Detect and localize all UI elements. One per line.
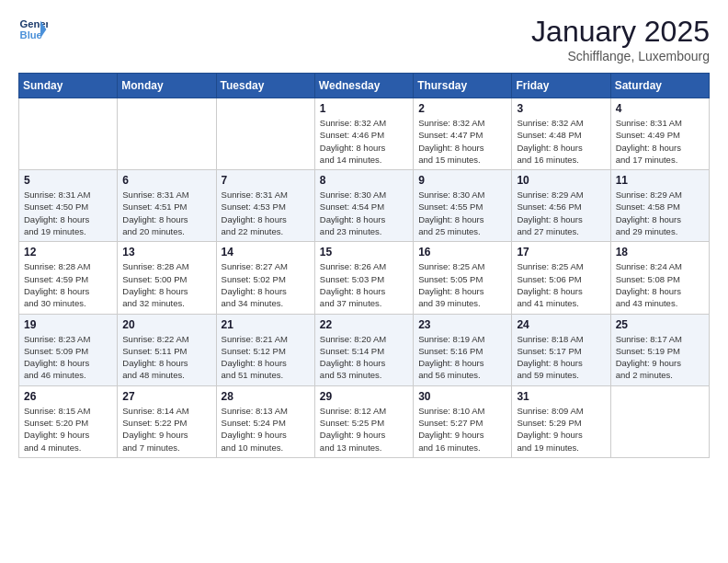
calendar-cell: 3Sunrise: 8:32 AM Sunset: 4:48 PM Daylig… bbox=[512, 98, 610, 170]
day-info: Sunrise: 8:29 AM Sunset: 4:58 PM Dayligh… bbox=[616, 189, 704, 237]
calendar-cell: 5Sunrise: 8:31 AM Sunset: 4:50 PM Daylig… bbox=[19, 170, 118, 242]
day-info: Sunrise: 8:32 AM Sunset: 4:46 PM Dayligh… bbox=[320, 117, 408, 166]
day-number: 17 bbox=[517, 246, 605, 259]
calendar-cell: 27Sunrise: 8:14 AM Sunset: 5:22 PM Dayli… bbox=[118, 385, 216, 457]
calendar-cell: 10Sunrise: 8:29 AM Sunset: 4:56 PM Dayli… bbox=[512, 170, 610, 242]
day-number: 27 bbox=[122, 390, 210, 403]
calendar-cell: 25Sunrise: 8:17 AM Sunset: 5:19 PM Dayli… bbox=[610, 314, 709, 385]
logo-icon: General Blue bbox=[18, 15, 48, 44]
day-number: 18 bbox=[616, 246, 704, 259]
logo: General Blue bbox=[18, 15, 48, 44]
day-header-thursday: Thursday bbox=[414, 74, 512, 98]
calendar-cell bbox=[19, 98, 118, 170]
calendar-cell: 6Sunrise: 8:31 AM Sunset: 4:51 PM Daylig… bbox=[118, 170, 216, 242]
day-number: 29 bbox=[320, 390, 408, 403]
day-info: Sunrise: 8:26 AM Sunset: 5:03 PM Dayligh… bbox=[320, 260, 408, 309]
day-header-saturday: Saturday bbox=[610, 74, 709, 98]
day-info: Sunrise: 8:15 AM Sunset: 5:20 PM Dayligh… bbox=[24, 405, 112, 454]
calendar-cell: 14Sunrise: 8:27 AM Sunset: 5:02 PM Dayli… bbox=[216, 242, 314, 314]
calendar-cell: 29Sunrise: 8:12 AM Sunset: 5:25 PM Dayli… bbox=[314, 385, 413, 457]
calendar-cell: 15Sunrise: 8:26 AM Sunset: 5:03 PM Dayli… bbox=[314, 242, 413, 314]
location: Schifflange, Luxembourg bbox=[531, 49, 710, 63]
day-info: Sunrise: 8:30 AM Sunset: 4:54 PM Dayligh… bbox=[320, 189, 408, 237]
day-info: Sunrise: 8:27 AM Sunset: 5:02 PM Dayligh… bbox=[222, 260, 310, 309]
day-info: Sunrise: 8:31 AM Sunset: 4:50 PM Dayligh… bbox=[24, 189, 112, 237]
calendar-cell: 13Sunrise: 8:28 AM Sunset: 5:00 PM Dayli… bbox=[118, 242, 216, 314]
day-info: Sunrise: 8:18 AM Sunset: 5:17 PM Dayligh… bbox=[517, 333, 605, 382]
calendar-week-row: 12Sunrise: 8:28 AM Sunset: 4:59 PM Dayli… bbox=[19, 242, 710, 314]
day-info: Sunrise: 8:25 AM Sunset: 5:05 PM Dayligh… bbox=[418, 260, 506, 309]
calendar-cell bbox=[610, 385, 709, 457]
day-info: Sunrise: 8:17 AM Sunset: 5:19 PM Dayligh… bbox=[616, 333, 704, 382]
calendar-cell: 2Sunrise: 8:32 AM Sunset: 4:47 PM Daylig… bbox=[414, 98, 512, 170]
day-number: 21 bbox=[222, 318, 310, 331]
calendar-cell: 23Sunrise: 8:19 AM Sunset: 5:16 PM Dayli… bbox=[414, 314, 512, 385]
day-info: Sunrise: 8:28 AM Sunset: 4:59 PM Dayligh… bbox=[24, 260, 112, 309]
day-info: Sunrise: 8:31 AM Sunset: 4:49 PM Dayligh… bbox=[616, 117, 704, 166]
title-area: January 2025 Schifflange, Luxembourg bbox=[531, 15, 710, 63]
day-number: 22 bbox=[320, 318, 408, 331]
calendar-cell: 18Sunrise: 8:24 AM Sunset: 5:08 PM Dayli… bbox=[610, 242, 709, 314]
svg-text:Blue: Blue bbox=[20, 29, 42, 40]
calendar-cell: 28Sunrise: 8:13 AM Sunset: 5:24 PM Dayli… bbox=[216, 385, 314, 457]
day-info: Sunrise: 8:32 AM Sunset: 4:47 PM Dayligh… bbox=[418, 117, 506, 166]
day-info: Sunrise: 8:23 AM Sunset: 5:09 PM Dayligh… bbox=[24, 333, 112, 382]
day-info: Sunrise: 8:25 AM Sunset: 5:06 PM Dayligh… bbox=[517, 260, 605, 309]
month-title: January 2025 bbox=[531, 15, 710, 49]
calendar-week-row: 19Sunrise: 8:23 AM Sunset: 5:09 PM Dayli… bbox=[19, 314, 710, 385]
day-info: Sunrise: 8:20 AM Sunset: 5:14 PM Dayligh… bbox=[320, 333, 408, 382]
day-info: Sunrise: 8:32 AM Sunset: 4:48 PM Dayligh… bbox=[517, 117, 605, 166]
header: General Blue January 2025 Schifflange, L… bbox=[18, 15, 710, 63]
day-info: Sunrise: 8:22 AM Sunset: 5:11 PM Dayligh… bbox=[122, 333, 210, 382]
day-header-sunday: Sunday bbox=[19, 74, 118, 98]
calendar-cell: 8Sunrise: 8:30 AM Sunset: 4:54 PM Daylig… bbox=[314, 170, 413, 242]
day-info: Sunrise: 8:14 AM Sunset: 5:22 PM Dayligh… bbox=[122, 405, 210, 454]
day-number: 9 bbox=[418, 174, 506, 187]
calendar: SundayMondayTuesdayWednesdayThursdayFrid… bbox=[18, 73, 710, 458]
calendar-cell: 9Sunrise: 8:30 AM Sunset: 4:55 PM Daylig… bbox=[414, 170, 512, 242]
calendar-body: 1Sunrise: 8:32 AM Sunset: 4:46 PM Daylig… bbox=[19, 98, 710, 458]
day-header-wednesday: Wednesday bbox=[314, 74, 413, 98]
day-number: 1 bbox=[320, 102, 408, 115]
day-number: 16 bbox=[418, 246, 506, 259]
calendar-cell: 16Sunrise: 8:25 AM Sunset: 5:05 PM Dayli… bbox=[414, 242, 512, 314]
day-number: 10 bbox=[517, 174, 605, 187]
day-info: Sunrise: 8:13 AM Sunset: 5:24 PM Dayligh… bbox=[222, 405, 310, 454]
calendar-cell: 19Sunrise: 8:23 AM Sunset: 5:09 PM Dayli… bbox=[19, 314, 118, 385]
day-number: 28 bbox=[222, 390, 310, 403]
day-number: 19 bbox=[24, 318, 112, 331]
calendar-cell: 12Sunrise: 8:28 AM Sunset: 4:59 PM Dayli… bbox=[19, 242, 118, 314]
day-number: 25 bbox=[616, 318, 704, 331]
day-number: 30 bbox=[418, 390, 506, 403]
day-number: 23 bbox=[418, 318, 506, 331]
day-number: 24 bbox=[517, 318, 605, 331]
day-info: Sunrise: 8:28 AM Sunset: 5:00 PM Dayligh… bbox=[122, 260, 210, 309]
calendar-cell bbox=[118, 98, 216, 170]
day-info: Sunrise: 8:30 AM Sunset: 4:55 PM Dayligh… bbox=[418, 189, 506, 237]
calendar-cell bbox=[216, 98, 314, 170]
days-of-week-row: SundayMondayTuesdayWednesdayThursdayFrid… bbox=[19, 74, 710, 98]
calendar-week-row: 26Sunrise: 8:15 AM Sunset: 5:20 PM Dayli… bbox=[19, 385, 710, 457]
day-number: 5 bbox=[24, 174, 112, 187]
day-number: 12 bbox=[24, 246, 112, 259]
calendar-cell: 24Sunrise: 8:18 AM Sunset: 5:17 PM Dayli… bbox=[512, 314, 610, 385]
day-number: 15 bbox=[320, 246, 408, 259]
calendar-header: SundayMondayTuesdayWednesdayThursdayFrid… bbox=[19, 74, 710, 98]
calendar-cell: 20Sunrise: 8:22 AM Sunset: 5:11 PM Dayli… bbox=[118, 314, 216, 385]
day-number: 2 bbox=[418, 102, 506, 115]
day-info: Sunrise: 8:19 AM Sunset: 5:16 PM Dayligh… bbox=[418, 333, 506, 382]
day-number: 3 bbox=[517, 102, 605, 115]
day-number: 8 bbox=[320, 174, 408, 187]
day-number: 11 bbox=[616, 174, 704, 187]
calendar-cell: 4Sunrise: 8:31 AM Sunset: 4:49 PM Daylig… bbox=[610, 98, 709, 170]
day-info: Sunrise: 8:12 AM Sunset: 5:25 PM Dayligh… bbox=[320, 405, 408, 454]
day-info: Sunrise: 8:10 AM Sunset: 5:27 PM Dayligh… bbox=[418, 405, 506, 454]
day-number: 26 bbox=[24, 390, 112, 403]
day-header-friday: Friday bbox=[512, 74, 610, 98]
calendar-cell: 26Sunrise: 8:15 AM Sunset: 5:20 PM Dayli… bbox=[19, 385, 118, 457]
day-number: 6 bbox=[122, 174, 210, 187]
day-header-tuesday: Tuesday bbox=[216, 74, 314, 98]
calendar-cell: 30Sunrise: 8:10 AM Sunset: 5:27 PM Dayli… bbox=[414, 385, 512, 457]
day-number: 14 bbox=[222, 246, 310, 259]
calendar-cell: 11Sunrise: 8:29 AM Sunset: 4:58 PM Dayli… bbox=[610, 170, 709, 242]
